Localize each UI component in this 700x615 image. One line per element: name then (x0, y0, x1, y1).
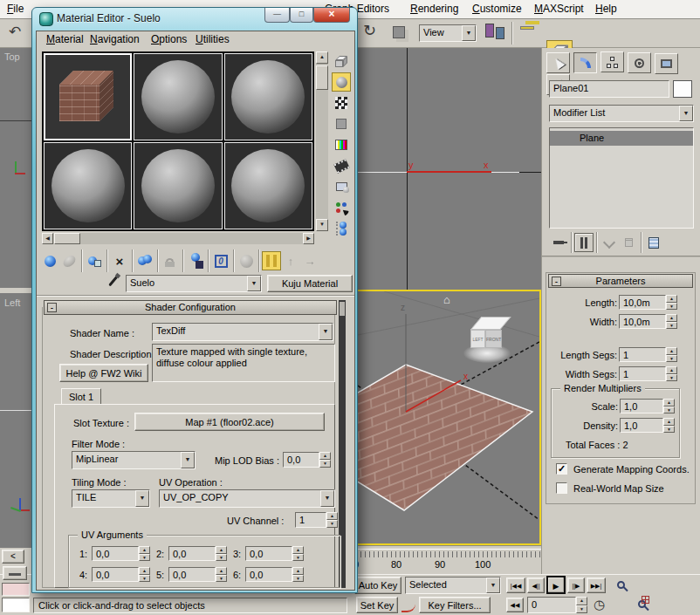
material-name-dropdown[interactable]: Suelo ▼ (126, 275, 262, 292)
dropdown-arrow-icon[interactable]: ▼ (679, 106, 693, 121)
menu-options[interactable]: Options (151, 33, 187, 45)
sample-slot-4[interactable] (44, 142, 132, 229)
scale-spinner[interactable]: ▲▼ (663, 399, 675, 413)
scroll-left-icon[interactable]: ◀ (42, 233, 53, 244)
select-and-manipulate-icon[interactable] (520, 26, 534, 30)
sample-slot-5[interactable] (134, 142, 222, 229)
uv-arg-4-spinner[interactable]: ▲▼ (139, 567, 150, 582)
spinner-down-icon[interactable]: ▼ (216, 554, 227, 562)
spinner-down-icon[interactable]: ▼ (319, 460, 331, 468)
select-and-rotate-icon[interactable]: ↻ (363, 21, 376, 40)
spinner-down-icon[interactable]: ▼ (139, 554, 150, 562)
minimize-button[interactable]: — (264, 8, 290, 23)
spinner-up-icon[interactable]: ▲ (666, 366, 677, 374)
left-viewport-strip[interactable]: Top Left (0, 48, 31, 548)
uv-arg-5-field[interactable]: 0,0 (168, 567, 216, 582)
spinner-up-icon[interactable]: ▲ (292, 546, 304, 554)
make-unique-icon[interactable] (600, 233, 619, 252)
density-field[interactable]: 1,0 (620, 418, 663, 433)
menu-file[interactable]: File (7, 3, 24, 15)
sample-slot-1-active[interactable] (44, 53, 132, 140)
frame-spinner[interactable]: ▲▼ (576, 597, 587, 613)
filter-mode-dropdown[interactable]: MipLinear ▼ (72, 451, 196, 469)
go-to-parent-icon[interactable]: ↑ (281, 251, 300, 270)
mip-lod-bias-field[interactable]: 0,0 (283, 452, 319, 468)
length-field[interactable]: 10,0m (619, 295, 666, 310)
dropdown-arrow-icon[interactable]: ▼ (486, 577, 500, 593)
get-material-icon[interactable] (40, 251, 59, 270)
spinner-down-icon[interactable]: ▼ (666, 374, 677, 382)
width-segs-spinner[interactable]: ▲▼ (666, 366, 677, 381)
key-mode-toggle-button[interactable]: ◀◀ (506, 598, 524, 612)
scroll-up-icon[interactable]: ▲ (316, 51, 328, 64)
spinner-down-icon[interactable]: ▼ (292, 575, 304, 583)
perspective-viewport[interactable]: z x ⌂ LEFT FRONT (356, 290, 541, 545)
sample-uv-tiling-icon[interactable] (332, 114, 351, 133)
open-mini-curve-editor-icon[interactable] (3, 566, 27, 580)
menu-help[interactable]: Help (595, 3, 617, 15)
spinner-up-icon[interactable]: ▲ (292, 567, 304, 575)
default-in-out-tangents-icon[interactable] (401, 598, 415, 612)
spinner-down-icon[interactable]: ▼ (216, 575, 227, 583)
uv-arg-5-spinner[interactable]: ▲▼ (216, 567, 227, 582)
uv-arg-4-field[interactable]: 0,0 (92, 567, 139, 582)
collapse-icon[interactable]: - (552, 277, 561, 286)
generate-mapping-coords-checkbox[interactable]: ✓ (556, 463, 567, 475)
undo-icon[interactable]: ↶ (9, 23, 21, 41)
key-filters-button[interactable]: Key Filters... (419, 597, 491, 613)
uv-arg-2-field[interactable]: 0,0 (168, 546, 216, 561)
dropdown-arrow-icon[interactable]: ▼ (135, 490, 149, 507)
spinner-down-icon[interactable]: ▼ (666, 355, 677, 363)
parameters-rollout-header[interactable]: - Parameters (548, 274, 693, 288)
material-editor-dialog[interactable]: Material Editor - Suelo — □ × Material N… (31, 7, 358, 593)
viewcube[interactable]: LEFT FRONT (463, 314, 513, 366)
tab-create[interactable] (546, 52, 570, 73)
selection-set-dropdown[interactable]: Selected ▼ (405, 577, 501, 594)
spinner-down-icon[interactable]: ▼ (663, 426, 675, 434)
play-button[interactable]: ▶ (546, 576, 566, 594)
slot-1-tab[interactable]: Slot 1 (61, 388, 101, 405)
spinner-up-icon[interactable]: ▲ (216, 546, 227, 554)
time-configuration-icon[interactable]: ◷ (594, 597, 605, 612)
uv-arg-3-spinner[interactable]: ▲▼ (292, 546, 304, 561)
close-button[interactable]: × (313, 8, 350, 23)
viewport-splitter[interactable] (0, 288, 31, 293)
use-pivot-point-center-icon[interactable] (485, 24, 494, 38)
make-material-copy-icon[interactable] (135, 251, 154, 270)
video-color-check-icon[interactable] (332, 135, 351, 154)
set-key-button[interactable]: Set Key (356, 597, 398, 613)
viewcube-front-face[interactable]: FRONT (485, 330, 502, 348)
spinner-up-icon[interactable]: ▲ (139, 546, 150, 554)
tab-motion[interactable] (628, 52, 651, 73)
previous-frame-button[interactable]: ◀|| (527, 577, 545, 593)
collapse-icon[interactable]: - (47, 303, 57, 312)
material-id-channel-icon[interactable]: 0 (211, 251, 230, 270)
auto-key-button[interactable]: Auto Key (354, 577, 401, 594)
uv-arg-1-spinner[interactable]: ▲▼ (139, 546, 150, 561)
spinner-up-icon[interactable]: ▲ (663, 399, 675, 407)
shader-configuration-rollout-header[interactable]: - Shader Configuration (44, 300, 337, 315)
modifier-list-dropdown[interactable]: Modifier List ▼ (549, 105, 694, 122)
uv-arg-1-field[interactable]: 0,0 (92, 546, 139, 561)
sample-slot-6[interactable] (224, 142, 312, 229)
go-to-start-button[interactable]: |◀◀ (506, 577, 525, 593)
spinner-down-icon[interactable]: ▼ (139, 575, 150, 583)
dropdown-arrow-icon[interactable]: ▼ (181, 452, 195, 468)
tab-display[interactable] (655, 53, 678, 74)
maxscript-mini-listener-white[interactable] (2, 598, 30, 612)
sample-type-icon[interactable] (332, 51, 351, 71)
put-to-library-icon[interactable] (186, 251, 205, 270)
reference-coordinate-system-dropdown[interactable]: View ▼ (419, 24, 477, 42)
shader-name-dropdown[interactable]: TexDiff ▼ (152, 323, 333, 341)
width-field[interactable]: 10,0m (619, 314, 666, 329)
viewcube-top-face[interactable] (470, 317, 511, 330)
scale-field[interactable]: 1,0 (620, 399, 663, 413)
pin-stack-icon[interactable] (549, 233, 568, 252)
object-name-field[interactable]: Plane01 (549, 80, 669, 98)
current-frame-field[interactable]: 0 (527, 597, 576, 613)
menu-customize[interactable]: Customize (472, 3, 522, 15)
stack-item-plane[interactable]: Plane (550, 131, 693, 146)
spinner-up-icon[interactable]: ▲ (663, 418, 675, 426)
uv-arg-2-spinner[interactable]: ▲▼ (216, 546, 227, 561)
viewport-left-label[interactable]: Left (4, 297, 20, 308)
